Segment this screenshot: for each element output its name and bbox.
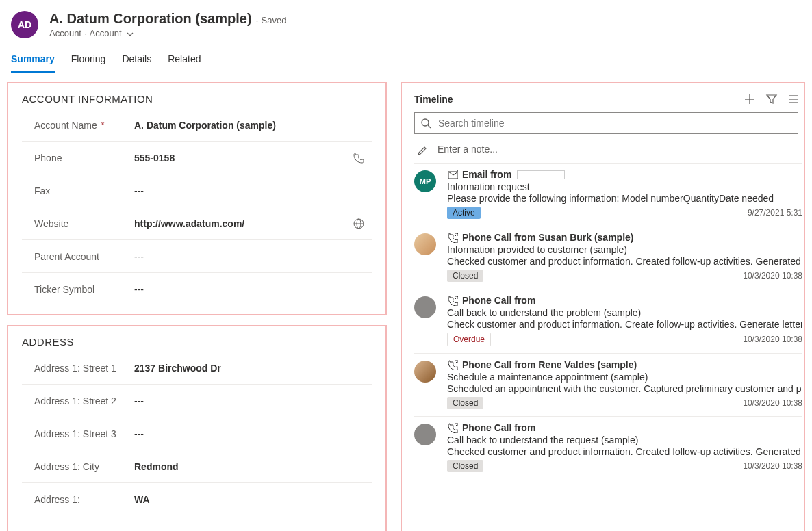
account-information-section: ACCOUNT INFORMATION Account Name*A. Datu… bbox=[7, 82, 387, 315]
activity-description: Checked customer and product information… bbox=[447, 256, 802, 267]
field-row[interactable]: Websitehttp://www.adatum.com/ bbox=[22, 207, 372, 240]
field-label: Account Name* bbox=[22, 120, 131, 131]
field-row[interactable]: Fax--- bbox=[22, 174, 372, 207]
phone-out-icon bbox=[447, 295, 458, 306]
globe-icon bbox=[353, 218, 366, 230]
filter-icon[interactable] bbox=[765, 93, 778, 105]
add-activity-icon[interactable] bbox=[744, 93, 756, 105]
activity-subject: Call back to understand the problem (sam… bbox=[447, 307, 802, 318]
form-name: Account bbox=[90, 28, 122, 38]
activity-avatar bbox=[414, 233, 436, 255]
field-row[interactable]: Account Name*A. Datum Corporation (sampl… bbox=[22, 109, 372, 142]
tab-details[interactable]: Details bbox=[122, 49, 151, 73]
timeline-title: Timeline bbox=[414, 94, 453, 105]
timeline-section: Timeline Enter a note... MPEmail from In… bbox=[401, 82, 805, 531]
field-row[interactable]: Ticker Symbol--- bbox=[22, 273, 372, 306]
activity-description: Check customer and product information. … bbox=[447, 319, 802, 330]
phone-out-icon bbox=[447, 359, 458, 370]
chevron-down-icon bbox=[125, 29, 134, 38]
field-label: Ticker Symbol bbox=[22, 284, 131, 295]
field-value[interactable]: --- bbox=[131, 284, 353, 295]
activity-title: Email from bbox=[447, 169, 802, 180]
status-badge: Closed bbox=[447, 397, 483, 409]
field-label: Parent Account bbox=[22, 251, 131, 262]
section-title: ACCOUNT INFORMATION bbox=[22, 93, 372, 105]
activity-subject: Information provided to customer (sample… bbox=[447, 244, 802, 255]
search-input[interactable] bbox=[437, 117, 792, 129]
activity-avatar bbox=[414, 361, 436, 383]
activity-title: Phone Call from bbox=[447, 295, 802, 306]
field-value[interactable]: --- bbox=[131, 251, 353, 262]
more-commands-icon[interactable] bbox=[787, 93, 800, 105]
field-value[interactable]: --- bbox=[131, 185, 353, 196]
field-row[interactable]: Parent Account--- bbox=[22, 240, 372, 273]
status-badge: Closed bbox=[447, 270, 483, 282]
field-value[interactable]: WA bbox=[131, 494, 366, 505]
field-row[interactable]: Address 1: Street 12137 Birchwood Dr bbox=[22, 352, 372, 385]
timeline-activity[interactable]: Phone Call fromCall back to understand t… bbox=[414, 289, 802, 353]
timeline-activity[interactable]: Phone Call from Susan Burk (sample)Infor… bbox=[414, 226, 802, 289]
field-row[interactable]: Address 1: Street 3--- bbox=[22, 417, 372, 450]
field-value[interactable]: A. Datum Corporation (sample) bbox=[131, 120, 353, 131]
record-header: AD A. Datum Corporation (sample) - Saved… bbox=[0, 0, 812, 38]
activity-date: 10/3/2020 10:38 bbox=[743, 398, 802, 408]
tab-flooring[interactable]: Flooring bbox=[71, 49, 106, 73]
search-icon bbox=[420, 118, 431, 129]
activity-title: Phone Call from bbox=[447, 422, 802, 433]
field-row[interactable]: Phone555-0158 bbox=[22, 142, 372, 174]
activity-title: Phone Call from Susan Burk (sample) bbox=[447, 232, 802, 243]
activity-description: Checked customer and product information… bbox=[447, 446, 802, 457]
breadcrumb[interactable]: Account · Account bbox=[49, 28, 286, 38]
activity-subject: Information request bbox=[447, 181, 802, 192]
status-badge: Closed bbox=[447, 460, 483, 472]
field-label: Address 1: City bbox=[22, 461, 131, 472]
activity-date: 10/3/2020 10:38 bbox=[743, 461, 802, 471]
field-row[interactable]: Address 1:WA bbox=[22, 483, 372, 516]
status-badge: Overdue bbox=[447, 333, 491, 346]
field-value[interactable]: --- bbox=[131, 396, 366, 406]
activity-title: Phone Call from Rene Valdes (sample) bbox=[447, 359, 802, 370]
entity-name: Account bbox=[49, 28, 81, 38]
activity-date: 10/3/2020 10:38 bbox=[743, 271, 802, 281]
field-label: Address 1: Street 1 bbox=[22, 363, 131, 374]
activity-avatar bbox=[414, 424, 436, 445]
field-value[interactable]: 555-0158 bbox=[131, 153, 353, 164]
field-row[interactable]: Address 1: Street 2--- bbox=[22, 385, 372, 417]
activity-subject: Call back to understand the request (sam… bbox=[447, 435, 802, 445]
field-label: Fax bbox=[22, 185, 131, 196]
field-label: Website bbox=[22, 218, 131, 229]
timeline-activity[interactable]: Phone Call from Rene Valdes (sample)Sche… bbox=[414, 353, 802, 416]
pencil-icon bbox=[417, 144, 428, 155]
timeline-activity[interactable]: Phone Call fromCall back to understand t… bbox=[414, 416, 802, 479]
record-title: A. Datum Corporation (sample) bbox=[49, 11, 252, 27]
timeline-search[interactable] bbox=[414, 112, 798, 134]
phone-out-icon bbox=[447, 422, 458, 433]
form-tabs: Summary Flooring Details Related bbox=[0, 49, 812, 74]
field-value[interactable]: 2137 Birchwood Dr bbox=[131, 363, 366, 374]
email-icon bbox=[447, 169, 458, 180]
tab-related[interactable]: Related bbox=[168, 49, 201, 73]
address-section: ADDRESS Address 1: Street 12137 Birchwoo… bbox=[7, 325, 387, 531]
field-value[interactable]: Redmond bbox=[131, 461, 366, 472]
phone-icon bbox=[353, 152, 366, 164]
field-value[interactable]: http://www.adatum.com/ bbox=[131, 218, 353, 229]
status-badge: Active bbox=[447, 207, 481, 219]
phone-out-icon bbox=[447, 232, 458, 243]
record-avatar: AD bbox=[11, 11, 38, 38]
enter-note[interactable]: Enter a note... bbox=[414, 144, 802, 155]
field-label: Address 1: Street 2 bbox=[22, 396, 131, 406]
activity-description: Please provide the following information… bbox=[447, 193, 802, 204]
activity-date: 9/27/2021 5:31 bbox=[748, 208, 802, 218]
timeline-activity[interactable]: MPEmail from Information requestPlease p… bbox=[414, 163, 802, 226]
activity-subject: Schedule a maintenance appointment (samp… bbox=[447, 372, 802, 383]
tab-summary[interactable]: Summary bbox=[11, 49, 55, 73]
activity-avatar bbox=[414, 296, 436, 318]
field-row[interactable]: Address 1: CityRedmond bbox=[22, 450, 372, 483]
activity-avatar: MP bbox=[414, 170, 436, 192]
field-value[interactable]: --- bbox=[131, 428, 366, 439]
field-label: Address 1: bbox=[22, 494, 131, 505]
note-placeholder: Enter a note... bbox=[437, 144, 498, 155]
redacted-sender bbox=[517, 170, 565, 179]
field-label: Address 1: Street 3 bbox=[22, 428, 131, 439]
field-label: Phone bbox=[22, 153, 131, 164]
